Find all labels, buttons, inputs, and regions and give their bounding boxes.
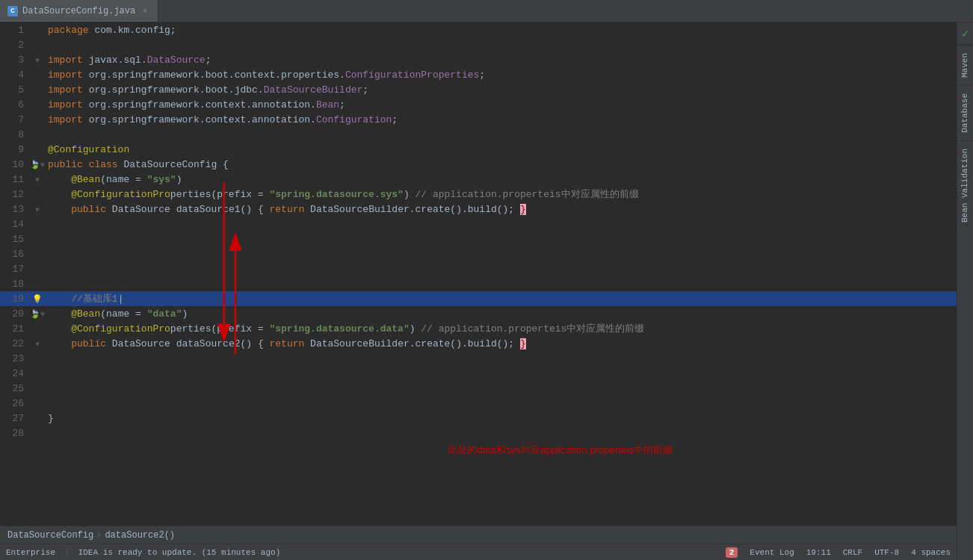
- editor-area: 1package com.km.config;2 3▼import javax.…: [0, 22, 957, 560]
- code-line[interactable]: [45, 231, 957, 246]
- gutter-cell: [30, 22, 45, 37]
- status-left: Enterprise | IDEA is ready to update. (1…: [6, 548, 726, 557]
- gutter-cell: [30, 97, 45, 112]
- gutter-cell: [30, 217, 45, 231]
- code-editor[interactable]: 1package com.km.config;2 3▼import javax.…: [0, 22, 957, 441]
- line-number: 21: [0, 321, 30, 336]
- code-line[interactable]: [45, 261, 957, 276]
- annotation-chinese-text: 此处的data和sys对应application.properteis中的前缀: [448, 444, 673, 455]
- code-line[interactable]: public class DataSourceConfig {: [45, 157, 957, 172]
- gutter-cell: [30, 187, 45, 202]
- bulb-icon[interactable]: 💡: [32, 295, 43, 304]
- file-type-icon: C: [7, 6, 18, 16]
- code-line[interactable]: }: [45, 411, 957, 426]
- code-line[interactable]: [45, 381, 957, 396]
- main-area: 1package com.km.config;2 3▼import javax.…: [0, 22, 973, 560]
- fold-icon[interactable]: ▼: [40, 161, 45, 169]
- code-line[interactable]: public DataSource dataSource1() { return…: [45, 202, 957, 217]
- gutter-cell: [30, 82, 45, 97]
- fold-icon[interactable]: ▼: [35, 176, 40, 184]
- line-number: 14: [0, 217, 30, 231]
- tab-close-button[interactable]: ×: [140, 6, 150, 16]
- fold-icon[interactable]: ▼: [35, 340, 40, 349]
- fold-icon[interactable]: ▼: [40, 311, 45, 319]
- code-line[interactable]: [45, 366, 957, 381]
- gutter-cell: [30, 276, 45, 291]
- gutter-cell: [30, 366, 45, 381]
- gutter-cell: [30, 321, 45, 336]
- gutter-cell: ▼: [30, 202, 45, 217]
- line-ending[interactable]: CRLF: [843, 548, 862, 557]
- gutter-cell: ▼: [30, 52, 45, 67]
- code-line[interactable]: [45, 426, 957, 441]
- code-line[interactable]: import org.springframework.boot.jdbc.Dat…: [45, 82, 957, 97]
- gutter-cell: [30, 351, 45, 366]
- fold-icon[interactable]: ▼: [35, 206, 40, 214]
- gutter-cell: [30, 37, 45, 52]
- line-number: 9: [0, 142, 30, 157]
- line-number: 5: [0, 82, 30, 97]
- event-log-label[interactable]: Event Log: [750, 548, 794, 557]
- editor-wrapper: 1package com.km.config;2 3▼import javax.…: [0, 22, 957, 526]
- code-line[interactable]: import org.springframework.context.annot…: [45, 112, 957, 127]
- code-line[interactable]: [45, 217, 957, 231]
- check-icon: ✓: [957, 22, 973, 45]
- code-line[interactable]: @Bean(name = "sys"): [45, 172, 957, 187]
- line-number: 15: [0, 231, 30, 246]
- code-line[interactable]: [45, 246, 957, 261]
- line-number: 26: [0, 396, 30, 411]
- encoding[interactable]: UTF-8: [874, 548, 899, 557]
- status-right: 2 Event Log 19:11 CRLF UTF-8 4 spaces: [726, 547, 951, 558]
- database-tab[interactable]: Database: [957, 85, 973, 140]
- code-table: 1package com.km.config;2 3▼import javax.…: [0, 22, 957, 441]
- line-number: 6: [0, 97, 30, 112]
- code-line[interactable]: [45, 276, 957, 291]
- line-number: 17: [0, 261, 30, 276]
- code-line[interactable]: [45, 396, 957, 411]
- event-count-badge[interactable]: 2: [726, 547, 738, 558]
- code-line[interactable]: import org.springframework.context.annot…: [45, 97, 957, 112]
- file-tab[interactable]: C DataSourceConfig.java ×: [0, 0, 158, 22]
- gutter-cell: [30, 112, 45, 127]
- fold-icon[interactable]: ▼: [35, 57, 40, 65]
- code-line[interactable]: @Bean(name = "data"): [45, 306, 957, 321]
- code-line[interactable]: @ConfigurationProperties(prefix = "sprin…: [45, 321, 957, 336]
- gutter-cell: [30, 396, 45, 411]
- code-line[interactable]: import org.springframework.boot.context.…: [45, 67, 957, 82]
- gutter-cell: [30, 426, 45, 441]
- line-number: 1: [0, 22, 30, 37]
- gutter-cell: [30, 381, 45, 396]
- line-number: 4: [0, 67, 30, 82]
- code-line[interactable]: [45, 37, 957, 52]
- code-line[interactable]: //基础库1|: [45, 291, 957, 306]
- maven-tab[interactable]: Maven: [957, 45, 973, 85]
- gutter-cell: 🍃▼: [30, 306, 45, 321]
- gutter-cell: [30, 246, 45, 261]
- code-line[interactable]: @Configuration: [45, 142, 957, 157]
- line-number: 11: [0, 172, 30, 187]
- status-bar: Enterprise | IDEA is ready to update. (1…: [0, 544, 957, 560]
- tab-bar: C DataSourceConfig.java ×: [0, 0, 973, 22]
- line-number: 8: [0, 127, 30, 142]
- code-line[interactable]: public DataSource dataSource2() { return…: [45, 336, 957, 351]
- gutter-cell: ▼: [30, 336, 45, 351]
- line-number: 13: [0, 202, 30, 217]
- indent-label[interactable]: 4 spaces: [911, 548, 951, 557]
- line-number: 18: [0, 276, 30, 291]
- line-number: 27: [0, 411, 30, 426]
- code-line[interactable]: import javax.sql.DataSource;: [45, 52, 957, 67]
- code-line[interactable]: [45, 351, 957, 366]
- enterprise-label: Enterprise: [6, 548, 55, 557]
- code-line[interactable]: @ConfigurationProperties(prefix = "sprin…: [45, 187, 957, 202]
- line-number: 12: [0, 187, 30, 202]
- gutter-cell: [30, 67, 45, 82]
- bean-validation-tab[interactable]: Bean Validation: [957, 140, 973, 230]
- breadcrumb-class: DataSourceConfig: [7, 530, 93, 541]
- code-line[interactable]: [45, 127, 957, 142]
- line-number: 25: [0, 381, 30, 396]
- gutter-cell: [30, 231, 45, 246]
- line-number: 16: [0, 246, 30, 261]
- gutter-cell: 💡: [30, 291, 45, 306]
- code-line[interactable]: package com.km.config;: [45, 22, 957, 37]
- line-number: 28: [0, 426, 30, 441]
